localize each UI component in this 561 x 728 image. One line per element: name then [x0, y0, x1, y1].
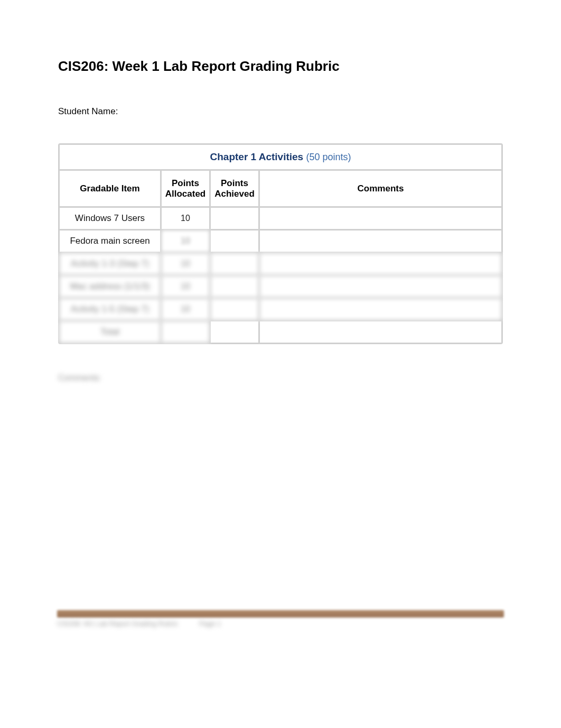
col-header-achieved: Points Achieved: [211, 171, 258, 206]
section-title: Chapter 1 Activities: [210, 151, 303, 162]
achieved-cell: [211, 231, 258, 252]
item-cell: Windows 7 Users: [60, 208, 160, 229]
col-header-comments: Comments: [260, 171, 501, 206]
item-cell: Mac address (1/1/3): [60, 276, 160, 297]
comments-cell: [260, 321, 501, 343]
col-header-item: Gradable Item: [60, 171, 160, 206]
achieved-cell: [211, 276, 258, 297]
allocated-cell: [162, 321, 209, 343]
rubric-table-container: Chapter 1 Activities (50 points) Gradabl…: [58, 143, 503, 344]
allocated-cell: 10: [162, 276, 209, 297]
page-title: CIS206: Week 1 Lab Report Grading Rubric: [58, 58, 503, 75]
section-header: Chapter 1 Activities (50 points): [60, 145, 501, 169]
table-row: Mac address (1/1/3) 10: [60, 276, 501, 297]
item-cell: Activity 1-3 (Step 7): [60, 253, 160, 274]
item-cell: Fedora main screen: [60, 231, 160, 252]
footer-divider: [57, 610, 504, 618]
footer-right-text: Page 1: [199, 620, 221, 628]
section-points: (50 points): [306, 152, 351, 162]
rubric-table: Chapter 1 Activities (50 points) Gradabl…: [58, 143, 503, 344]
item-cell: Total: [60, 321, 160, 343]
allocated-cell: 10: [162, 208, 209, 229]
achieved-cell: [211, 321, 258, 343]
allocated-cell: 10: [162, 299, 209, 320]
student-name-label: Student Name:: [58, 106, 503, 117]
table-row: Windows 7 Users 10: [60, 208, 501, 229]
section-header-row: Chapter 1 Activities (50 points): [60, 145, 501, 169]
table-row: Total: [60, 321, 501, 343]
achieved-cell: [211, 253, 258, 274]
table-row: Activity 1-5 (Step 7) 10: [60, 299, 501, 320]
comments-cell: [260, 253, 501, 274]
comments-cell: [260, 208, 501, 229]
comments-cell: [260, 276, 501, 297]
col-header-allocated: Points Allocated: [162, 171, 209, 206]
achieved-cell: [211, 208, 258, 229]
page-footer: CIS206: W1 Lab Report Grading Rubric Pag…: [57, 610, 504, 628]
allocated-cell: 10: [162, 231, 209, 252]
comments-cell: [260, 231, 501, 252]
column-header-row: Gradable Item Points Allocated Points Ac…: [60, 171, 501, 206]
allocated-cell: 10: [162, 253, 209, 274]
comments-section-label: Comments:: [58, 373, 503, 383]
item-cell: Activity 1-5 (Step 7): [60, 299, 160, 320]
table-row: Activity 1-3 (Step 7) 10: [60, 253, 501, 274]
footer-left-text: CIS206: W1 Lab Report Grading Rubric: [57, 620, 178, 628]
table-row: Fedora main screen 10: [60, 231, 501, 252]
achieved-cell: [211, 299, 258, 320]
comments-cell: [260, 299, 501, 320]
